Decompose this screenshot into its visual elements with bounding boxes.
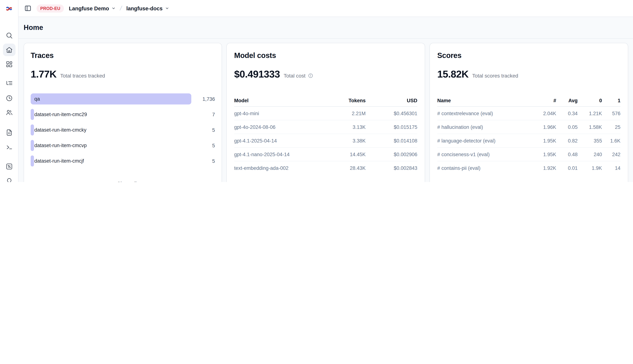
scores-card: Scores 15.82K Total scores tracked Name#… <box>429 43 628 182</box>
trace-row-count: 5 <box>191 143 215 148</box>
trace-bar-track: dataset-run-item-cmc29 <box>31 109 191 120</box>
list-tree-icon <box>5 80 13 87</box>
total-cost: $0.491333 <box>234 69 280 80</box>
table-cell: $0.002843 <box>366 166 417 171</box>
table-cell: # conciseness-v1 (eval) <box>437 152 530 157</box>
column-header: Model <box>234 98 325 103</box>
chevron-down-icon <box>165 6 169 10</box>
sidebar-item-playground[interactable] <box>3 141 15 154</box>
table-cell: 0.01 <box>556 166 578 171</box>
table-cell: 576 <box>602 110 620 116</box>
trace-row: dataset-run-item-cmc297 <box>31 109 215 120</box>
table-cell: # contains-pii (eval) <box>437 166 530 171</box>
trace-bar <box>31 156 34 166</box>
chevron-down-icon <box>112 6 116 10</box>
model-costs-table-body: gpt-4o-mini2.21M$0.456301gpt-4o-2024-08-… <box>234 107 417 175</box>
users-icon <box>5 109 13 116</box>
sidebar-item-home[interactable] <box>3 44 15 56</box>
scores-table-head: Name#Avg01 <box>437 95 620 107</box>
traces-bar-list: qa1,736dataset-run-item-cmc297dataset-ru… <box>31 94 215 166</box>
project-selector[interactable]: langfuse-docs <box>126 5 169 11</box>
trace-row: dataset-run-item-cmcky5 <box>31 124 215 136</box>
card-title: Model costs <box>234 51 417 60</box>
table-cell: # contextrelevance (eval) <box>437 110 530 116</box>
table-cell: 355 <box>578 138 602 144</box>
total-cost-label: Total cost <box>284 73 313 79</box>
table-cell: # hallucination (eval) <box>437 124 530 130</box>
trace-row-label: dataset-run-item-cmcky <box>34 127 87 133</box>
dashboard-icon <box>5 60 13 68</box>
table-row: # hallucination (eval)1.96K0.051.58K25 <box>437 120 620 134</box>
table-cell: 1.21K <box>578 110 602 116</box>
table-cell: $0.002906 <box>366 152 417 157</box>
table-cell: 1.95K <box>530 152 556 157</box>
trace-bar <box>31 109 34 120</box>
table-cell: 1.9K <box>578 166 602 171</box>
table-cell: 0.82 <box>556 138 578 144</box>
sidebar-item-users[interactable] <box>3 106 15 119</box>
model-costs-table: ModelTokensUSD gpt-4o-mini2.21M$0.456301… <box>234 95 417 175</box>
table-cell: 2.04K <box>530 110 556 116</box>
trace-row-label: dataset-run-item-cmcjf <box>34 158 84 164</box>
search-icon <box>5 32 13 39</box>
table-row: gpt-4.1-2025-04-143.38K$0.014108 <box>234 134 417 148</box>
traces-total: 1.77K <box>31 69 57 80</box>
trace-row: dataset-run-item-cmcvp5 <box>31 140 215 151</box>
table-row: # language-detector (eval)1.95K0.823551.… <box>437 134 620 148</box>
square-percent-icon <box>5 163 13 170</box>
langfuse-logo-icon <box>6 5 13 12</box>
table-row: gpt-4.1-nano-2025-04-1414.45K$0.002906 <box>234 148 417 161</box>
scores-table-body: # contextrelevance (eval)2.04K0.341.21K5… <box>437 107 620 175</box>
sidebar-item-prompts[interactable] <box>3 126 15 139</box>
table-cell: text-embedding-ada-002 <box>234 166 325 171</box>
org-name: Langfuse Demo <box>69 5 109 11</box>
column-header: USD <box>366 98 417 103</box>
table-cell: gpt-4.1-2025-04-14 <box>234 138 325 144</box>
table-cell: 1.6K <box>602 138 620 144</box>
content-area: Traces 1.77K Total traces tracked qa1,73… <box>19 39 633 182</box>
sidebar-item-dashboards[interactable] <box>3 58 15 70</box>
top-header: PROD-EU Langfuse Demo / langfuse-docs <box>19 0 633 17</box>
table-cell: 25 <box>602 124 620 130</box>
sidebar-item-search[interactable] <box>3 29 15 42</box>
project-name: langfuse-docs <box>126 5 163 11</box>
sidebar-item-evaluation[interactable] <box>3 160 15 173</box>
column-header: Name <box>437 98 530 103</box>
table-cell: $0.015175 <box>366 124 417 130</box>
table-row: # conciseness-v1 (eval)1.95K0.48240242 <box>437 148 620 161</box>
model-costs-card: Model costs $0.491333 Total cost ModelTo… <box>226 43 425 182</box>
table-cell: 242 <box>602 152 620 157</box>
app-window: FK PROD-EU Langfuse Demo / langfuse-docs… <box>0 0 633 182</box>
sidebar-item-annotation[interactable] <box>3 175 15 182</box>
sidebar-item-tracing[interactable] <box>3 77 15 90</box>
org-selector[interactable]: Langfuse Demo <box>69 5 116 11</box>
table-row: gpt-4o-2024-08-063.13K$0.015175 <box>234 120 417 134</box>
trace-bar-track: dataset-run-item-cmcjf <box>31 156 191 166</box>
breadcrumb-separator: / <box>119 4 123 12</box>
trace-row-count: 7 <box>191 112 215 117</box>
table-cell: $0.456301 <box>366 110 417 116</box>
table-row: text-embedding-ada-00228.43K$0.002843 <box>234 161 417 175</box>
scores-table: Name#Avg01 # contextrelevance (eval)2.04… <box>437 95 620 175</box>
trace-bar-track: dataset-run-item-cmcky <box>31 124 191 136</box>
lightbulb-icon <box>5 178 13 182</box>
trace-row-label: dataset-run-item-cmcvp <box>34 143 87 148</box>
scores-total: 15.82K <box>437 69 468 80</box>
table-cell: 240 <box>578 152 602 157</box>
show-all-button[interactable]: Show all <box>31 180 215 182</box>
traces-total-label: Total traces tracked <box>60 73 105 79</box>
sidebar-item-sessions[interactable] <box>3 92 15 104</box>
trace-bar <box>31 140 34 151</box>
table-cell: 2.21M <box>325 110 366 116</box>
langfuse-logo[interactable] <box>3 2 15 15</box>
info-icon[interactable] <box>308 73 313 78</box>
table-cell: # language-detector (eval) <box>437 138 530 144</box>
table-cell: gpt-4.1-nano-2025-04-14 <box>234 152 325 157</box>
trace-bar <box>31 94 191 104</box>
table-row: # contextrelevance (eval)2.04K0.341.21K5… <box>437 107 620 120</box>
column-header: Avg <box>556 98 578 103</box>
sidebar-toggle-button[interactable] <box>24 5 32 12</box>
trace-row: qa1,736 <box>31 94 215 104</box>
column-header: # <box>530 98 556 103</box>
page-title: Home <box>24 24 43 32</box>
